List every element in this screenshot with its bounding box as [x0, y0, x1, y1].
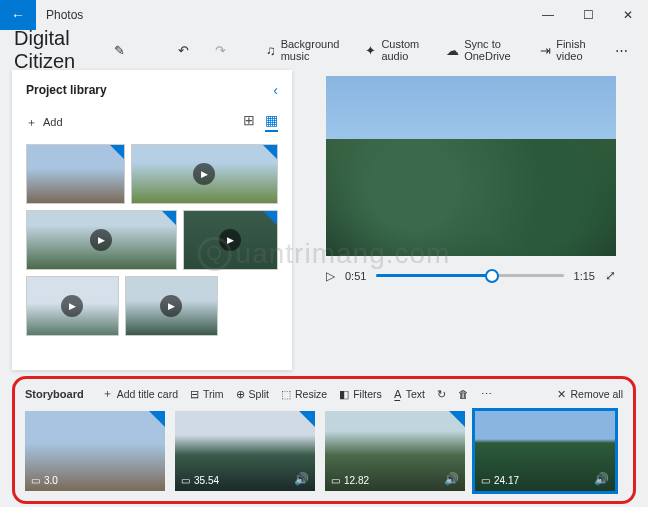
seek-thumb[interactable] [485, 269, 499, 283]
library-title: Project library [26, 83, 107, 97]
library-item[interactable]: ▶ [131, 144, 278, 204]
clip-duration: 3.0 [44, 475, 58, 486]
split-button[interactable]: ⊕Split [236, 388, 269, 400]
library-item[interactable] [26, 144, 125, 204]
plus-icon: ＋ [26, 115, 37, 130]
storyboard-title: Storyboard [25, 388, 84, 400]
more-icon: ⋯ [481, 388, 492, 400]
grid-small-button[interactable]: ▦ [265, 112, 278, 132]
main-toolbar: Digital Citizen ✎ ↶ ↷ ♫Background music … [0, 30, 648, 70]
play-icon: ▶ [90, 229, 112, 251]
finish-button[interactable]: ⇥Finish video [534, 34, 595, 66]
plus-icon: ＋ [102, 387, 113, 401]
resize-button[interactable]: ⬚Resize [281, 388, 327, 400]
app-title: Photos [36, 8, 528, 22]
rename-button[interactable]: ✎ [108, 39, 131, 62]
titlebar: ← Photos — ☐ ✕ [0, 0, 648, 30]
filters-button[interactable]: ◧Filters [339, 388, 382, 400]
pencil-icon: ✎ [114, 43, 125, 58]
more-button[interactable]: ⋯ [609, 39, 634, 62]
more-icon: ⋯ [615, 43, 628, 58]
storyboard-clip[interactable]: ▭24.17 🔊 [475, 411, 615, 491]
library-item[interactable]: ▶ [183, 210, 278, 270]
audio-icon: 🔊 [294, 472, 309, 486]
clip-duration: 12.82 [344, 475, 369, 486]
clip-duration: 24.17 [494, 475, 519, 486]
storyboard-toolbar: Storyboard ＋Add title card ⊟Trim ⊕Split … [25, 387, 623, 401]
undo-button[interactable]: ↶ [172, 39, 195, 62]
used-indicator-icon [263, 145, 277, 159]
audio-icon: ✦ [365, 43, 376, 58]
add-title-card-button[interactable]: ＋Add title card [102, 387, 178, 401]
image-icon: ▭ [31, 475, 40, 486]
export-icon: ⇥ [540, 43, 551, 58]
split-icon: ⊕ [236, 388, 245, 400]
undo-icon: ↶ [178, 43, 189, 58]
video-icon: ▭ [181, 475, 190, 486]
remove-all-button[interactable]: ✕Remove all [557, 388, 623, 400]
project-name: Digital Citizen [14, 27, 94, 73]
used-indicator-icon [149, 411, 165, 427]
trim-icon: ⊟ [190, 388, 199, 400]
total-time: 1:15 [574, 270, 595, 282]
fullscreen-button[interactable]: ⤢ [605, 268, 616, 283]
used-indicator-icon [162, 211, 176, 225]
used-indicator-icon [263, 211, 277, 225]
rotate-button[interactable]: ↻ [437, 388, 446, 400]
storyboard-clip[interactable]: ▭12.82 🔊 [325, 411, 465, 491]
playback-controls: ▷ 0:51 1:15 ⤢ [326, 268, 616, 283]
seek-fill [376, 274, 492, 277]
grid-large-button[interactable]: ⊞ [243, 112, 255, 132]
cloud-icon: ☁ [446, 43, 459, 58]
storyboard-clip[interactable]: ▭3.0 [25, 411, 165, 491]
trash-icon: 🗑 [458, 388, 469, 400]
play-button[interactable]: ▷ [326, 269, 335, 283]
play-icon: ▶ [193, 163, 215, 185]
text-button[interactable]: A̲Text [394, 388, 425, 400]
library-thumbnails: ▶ ▶ ▶ ▶ ▶ [26, 144, 278, 336]
library-item[interactable]: ▶ [125, 276, 218, 336]
play-icon: ▶ [219, 229, 241, 251]
redo-icon: ↷ [215, 43, 226, 58]
library-item[interactable]: ▶ [26, 210, 177, 270]
minimize-button[interactable]: — [528, 0, 568, 30]
used-indicator-icon [299, 411, 315, 427]
project-library: Project library ‹ ＋Add ⊞ ▦ ▶ ▶ ▶ ▶ ▶ [12, 70, 292, 370]
clip-more-button[interactable]: ⋯ [481, 388, 492, 400]
preview-pane: ▷ 0:51 1:15 ⤢ [306, 70, 636, 370]
clip-duration: 35.54 [194, 475, 219, 486]
music-icon: ♫ [266, 43, 276, 58]
maximize-button[interactable]: ☐ [568, 0, 608, 30]
storyboard-clip[interactable]: ▭35.54 🔊 [175, 411, 315, 491]
back-button[interactable]: ← [0, 0, 36, 30]
filters-icon: ◧ [339, 388, 349, 400]
current-time: 0:51 [345, 270, 366, 282]
sync-button[interactable]: ☁Sync to OneDrive [440, 34, 520, 66]
seek-slider[interactable] [376, 274, 563, 277]
custom-audio-button[interactable]: ✦Custom audio [359, 34, 426, 66]
video-icon: ▭ [331, 475, 340, 486]
bg-music-button[interactable]: ♫Background music [260, 34, 345, 66]
library-item[interactable]: ▶ [26, 276, 119, 336]
window-controls: — ☐ ✕ [528, 0, 648, 30]
trim-button[interactable]: ⊟Trim [190, 388, 224, 400]
used-indicator-icon [110, 145, 124, 159]
storyboard-panel: Storyboard ＋Add title card ⊟Trim ⊕Split … [12, 376, 636, 504]
collapse-library-button[interactable]: ‹ [273, 82, 278, 98]
play-icon: ▶ [61, 295, 83, 317]
rotate-icon: ↻ [437, 388, 446, 400]
close-button[interactable]: ✕ [608, 0, 648, 30]
redo-button[interactable]: ↷ [209, 39, 232, 62]
audio-icon: 🔊 [444, 472, 459, 486]
video-icon: ▭ [481, 475, 490, 486]
text-icon: A̲ [394, 388, 402, 400]
video-preview[interactable] [326, 76, 616, 256]
play-icon: ▶ [160, 295, 182, 317]
add-media-button[interactable]: ＋Add [26, 115, 63, 130]
storyboard-clips: ▭3.0 ▭35.54 🔊 ▭12.82 🔊 ▭24.17 🔊 [25, 411, 623, 491]
audio-icon: 🔊 [594, 472, 609, 486]
main-area: Project library ‹ ＋Add ⊞ ▦ ▶ ▶ ▶ ▶ ▶ [0, 70, 648, 370]
resize-icon: ⬚ [281, 388, 291, 400]
used-indicator-icon [449, 411, 465, 427]
delete-button[interactable]: 🗑 [458, 388, 469, 400]
